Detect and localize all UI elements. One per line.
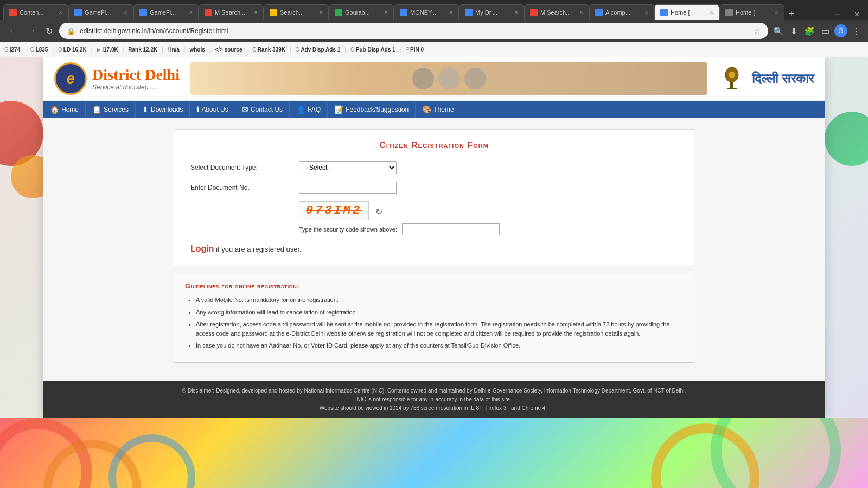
refresh-button[interactable]: ↻ <box>42 24 56 38</box>
tab-bar: Conten... × GameFi... × GameFi... × M Se… <box>0 0 868 20</box>
profile-download-icon[interactable]: ⬇ <box>789 24 799 38</box>
login-section: Login if you are a registered user. <box>190 244 678 254</box>
site-logo: e District Delhi Service at doorstep....… <box>54 62 180 95</box>
govt-title: दिल्ली सरकार <box>752 71 814 86</box>
nav-contact[interactable]: ✉ Contact Us <box>235 101 290 118</box>
tab-close-4[interactable]: × <box>254 9 258 16</box>
sidebar-toggle-icon[interactable]: ▭ <box>820 24 831 38</box>
site-header: e District Delhi Service at doorstep....… <box>43 57 825 101</box>
browser-tab-3[interactable]: GameFi... × <box>133 4 199 20</box>
tab-label-10: A comp... <box>605 9 642 16</box>
browser-tab-6[interactable]: Gourab... × <box>329 4 394 20</box>
services-icon: 📋 <box>92 105 101 114</box>
tab-close-8[interactable]: × <box>514 9 518 16</box>
lock-icon: 🔒 <box>67 27 75 35</box>
nav-feedback[interactable]: 📝 Feedback/Suggestion <box>328 101 416 118</box>
back-button[interactable]: ← <box>5 24 21 38</box>
captcha-label-text: Type the security code shown above: <box>299 226 397 233</box>
minimize-button[interactable]: ─ <box>834 10 840 20</box>
nav-faq[interactable]: 👤 FAQ <box>290 101 328 118</box>
tab-close-12[interactable]: × <box>775 9 778 16</box>
login-suffix-text: if you are a registered user. <box>214 245 302 253</box>
tab-close-1[interactable]: × <box>59 9 62 16</box>
browser-tab-7[interactable]: MONEY... × <box>394 4 459 20</box>
registration-form-card: Citizen Registration Form Select Documen… <box>174 129 694 265</box>
nav-feedback-label: Feedback/Suggestion <box>346 106 409 113</box>
new-tab-button[interactable]: + <box>784 8 799 20</box>
browser-tab-4[interactable]: M Search... × <box>199 4 264 20</box>
tab-close-2[interactable]: × <box>124 9 127 16</box>
tab-favicon-2 <box>74 9 82 16</box>
tab-favicon-8 <box>465 9 473 16</box>
form-title: Citizen Registration Form <box>190 140 678 150</box>
nav-about[interactable]: ℹ About Us <box>190 101 235 118</box>
browser-tab-12[interactable]: Home [ × <box>719 4 784 20</box>
logo-title: District Delhi <box>92 66 180 84</box>
seo-rank2[interactable]: O Rank 339K <box>252 47 285 53</box>
tab-label-6: Gourab... <box>345 9 382 16</box>
seo-rank[interactable]: Rank 12.2K <box>128 47 157 53</box>
tab-label-8: My Dri... <box>475 9 512 16</box>
nav-theme[interactable]: 🎨 Theme <box>416 101 461 118</box>
extensions-icon[interactable]: 🧩 <box>802 24 816 38</box>
seo-g[interactable]: G I274 <box>4 47 20 53</box>
browser-tab-9[interactable]: M Search... × <box>524 4 589 20</box>
seo-i[interactable]: ▶ I17.0K <box>97 47 118 53</box>
seo-pub[interactable]: O Pub Disp Ads 1 <box>350 47 395 53</box>
document-type-select[interactable]: --Select-- Aadhaar Card Voter ID Card Dr… <box>299 161 397 174</box>
ashoka-emblem: ✦ <box>718 64 745 94</box>
forward-button[interactable]: → <box>24 24 39 38</box>
browser-tab-11[interactable]: Home [ × <box>654 4 719 20</box>
nav-downloads[interactable]: ⬇ Downloads <box>136 101 190 118</box>
guideline-item-3: After registration, access code and pass… <box>196 320 683 338</box>
document-number-input[interactable] <box>299 182 397 194</box>
profile-avatar[interactable]: G <box>834 24 847 37</box>
nav-home[interactable]: 🏠 Home <box>43 101 86 118</box>
address-bar[interactable]: 🔒 edistrict.delhigovt.nic.in/in/en/Accou… <box>59 23 768 39</box>
govt-logo: ✦ दिल्ली सरकार <box>718 64 814 94</box>
tab-close-9[interactable]: × <box>579 9 583 16</box>
logo-circle: e <box>54 62 87 95</box>
site-footer: © Disclaimer: Designed, developed and ho… <box>43 381 825 418</box>
seo-whois[interactable]: whois <box>189 47 205 53</box>
maximize-button[interactable]: □ <box>845 10 850 20</box>
seo-fb[interactable]: f In/a <box>168 47 180 53</box>
tab-close-11[interactable]: × <box>710 9 713 16</box>
browser-tab-5[interactable]: Search... × <box>264 4 329 20</box>
downloads-icon: ⬇ <box>142 105 149 114</box>
captcha-label: Type the security code shown above: <box>299 223 678 235</box>
tab-close-10[interactable]: × <box>644 9 648 16</box>
nav-services[interactable]: 📋 Services <box>86 101 136 118</box>
login-link[interactable]: Login <box>190 244 214 253</box>
guidelines-title: Guidelines for online registration: <box>185 282 683 290</box>
bookmark-icon[interactable]: ☆ <box>754 27 761 35</box>
captcha-refresh-button[interactable]: ↻ <box>375 207 382 217</box>
captcha-input[interactable] <box>402 223 500 235</box>
address-bar-row: ← → ↻ 🔒 edistrict.delhigovt.nic.in/in/en… <box>0 20 868 42</box>
tab-favicon-4 <box>205 9 212 16</box>
tab-close-7[interactable]: × <box>449 9 453 16</box>
address-icons: ☆ <box>754 27 761 35</box>
browser-tab-2[interactable]: GameFi... × <box>68 4 133 20</box>
browser-tab-8[interactable]: My Dri... × <box>459 4 524 20</box>
tab-close-6[interactable]: × <box>384 9 388 16</box>
browser-tab-1[interactable]: Conten... × <box>3 4 68 20</box>
logo-subtitle: Service at doorstep..... <box>92 84 180 91</box>
window-controls: ─ □ × <box>829 10 865 20</box>
captcha-image: 973IM2 <box>299 201 369 220</box>
tab-label-3: GameFi... <box>150 9 187 16</box>
nav-theme-label: Theme <box>433 106 454 113</box>
menu-icon[interactable]: ⋮ <box>851 24 863 38</box>
header-people-decoration <box>412 68 486 89</box>
seo-adv[interactable]: O Adv Disp Ads 1 <box>296 47 341 53</box>
tab-favicon-12 <box>725 9 733 16</box>
seo-source[interactable]: </> source <box>215 47 242 53</box>
seo-pin[interactable]: P PIN 0 <box>405 47 424 53</box>
search-icon[interactable]: 🔍 <box>771 24 786 38</box>
close-button[interactable]: × <box>854 10 859 20</box>
tab-close-5[interactable]: × <box>319 9 323 16</box>
browser-tab-10[interactable]: A comp... × <box>589 4 654 20</box>
tab-close-3[interactable]: × <box>189 9 193 16</box>
seo-ld[interactable]: O LD 16.2K <box>58 47 87 53</box>
seo-l[interactable]: O L835 <box>30 47 48 53</box>
